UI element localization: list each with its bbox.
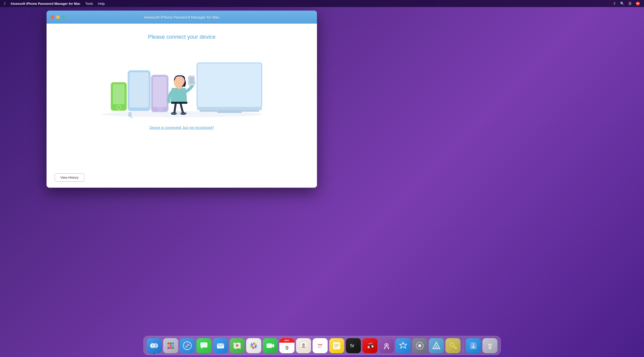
window-content: Please connect your device xyxy=(47,24,317,188)
dock-item-contacts[interactable] xyxy=(296,338,311,353)
menubar-left:  Aiseesoft iPhone Password Manager for … xyxy=(4,1,105,6)
dock-item-mail[interactable] xyxy=(213,338,228,353)
close-button[interactable] xyxy=(51,15,54,19)
dock-item-facetime[interactable] xyxy=(263,338,278,353)
minimize-button[interactable] xyxy=(56,15,60,19)
svg-point-37 xyxy=(172,347,174,349)
window-title: Aiseesoft iPhone Password Manager for Ma… xyxy=(144,15,219,19)
search-icon[interactable]: 🔍 xyxy=(620,2,624,6)
dock-item-enigma[interactable] xyxy=(446,338,461,353)
dock: MAY 9 tv xyxy=(143,336,501,355)
svg-point-61 xyxy=(418,344,421,347)
svg-rect-44 xyxy=(267,343,272,348)
dock-item-appletv[interactable]: tv xyxy=(346,338,361,353)
window-controls xyxy=(51,15,65,19)
calendar-day: 9 xyxy=(285,343,288,353)
svg-rect-2 xyxy=(198,64,261,107)
menubar-right: ⇧ 🔍 ☰ ⛔ xyxy=(613,2,640,6)
svg-rect-23 xyxy=(171,102,187,104)
dock-item-appstore[interactable] xyxy=(396,338,411,353)
svg-rect-22 xyxy=(189,77,194,84)
svg-line-70 xyxy=(489,345,489,348)
dock-item-maps[interactable] xyxy=(230,338,245,353)
dock-item-altusuite[interactable] xyxy=(429,338,444,353)
svg-point-35 xyxy=(168,347,170,349)
connect-heading: Please connect your device xyxy=(148,34,216,40)
svg-point-30 xyxy=(170,342,172,344)
svg-rect-4 xyxy=(199,110,259,112)
svg-rect-69 xyxy=(489,342,491,343)
svg-line-72 xyxy=(491,345,491,348)
svg-point-27 xyxy=(152,345,153,346)
dock-separator xyxy=(463,341,463,353)
svg-point-29 xyxy=(168,342,170,344)
dock-item-launchpad[interactable] xyxy=(163,338,178,353)
svg-point-32 xyxy=(168,345,170,347)
apple-logo-icon[interactable]:  xyxy=(4,1,6,6)
svg-point-60 xyxy=(386,344,387,346)
svg-rect-10 xyxy=(130,72,149,108)
dock-item-music[interactable] xyxy=(363,338,378,353)
dock-item-trash[interactable] xyxy=(482,338,498,353)
siri-icon[interactable]: ⛔ xyxy=(636,2,640,6)
control-center-icon[interactable]: ☰ xyxy=(628,2,632,6)
title-bar: Aiseesoft iPhone Password Manager for Ma… xyxy=(47,11,317,24)
calendar-month: MAY xyxy=(279,338,295,343)
dock-item-photos[interactable] xyxy=(246,338,261,353)
dock-item-finder[interactable] xyxy=(147,338,162,353)
view-history-button[interactable]: View History xyxy=(55,173,84,182)
svg-point-43 xyxy=(253,344,255,347)
svg-point-42 xyxy=(236,344,238,347)
menubar-app-name[interactable]: Aiseesoft iPhone Password Manager for Ma… xyxy=(11,2,80,6)
svg-point-58 xyxy=(372,345,374,347)
dock-item-notes[interactable] xyxy=(329,338,344,353)
svg-point-57 xyxy=(368,346,370,348)
dock-item-podcasts[interactable] xyxy=(379,338,394,353)
svg-rect-3 xyxy=(197,108,262,110)
svg-rect-5 xyxy=(217,112,242,113)
dock-item-systemprefs[interactable] xyxy=(412,338,427,353)
dock-item-downloads[interactable] xyxy=(466,338,481,353)
app-window: Aiseesoft iPhone Password Manager for Ma… xyxy=(47,11,317,188)
maximize-button[interactable] xyxy=(62,15,65,19)
svg-rect-7 xyxy=(113,84,125,104)
svg-point-31 xyxy=(172,342,174,344)
dock-item-safari[interactable] xyxy=(180,338,195,353)
screen-share-icon[interactable]: ⇧ xyxy=(613,2,616,6)
svg-text:tv: tv xyxy=(350,343,354,348)
svg-point-33 xyxy=(170,345,172,347)
menubar:  Aiseesoft iPhone Password Manager for … xyxy=(0,0,644,7)
illustration-svg xyxy=(96,48,267,118)
finder-dot xyxy=(154,353,155,354)
dock-item-reminders[interactable] xyxy=(313,338,328,353)
svg-point-46 xyxy=(302,343,305,346)
svg-point-34 xyxy=(172,345,174,347)
menubar-tools[interactable]: Tools xyxy=(85,2,93,6)
dock-item-messages[interactable] xyxy=(196,338,212,353)
svg-rect-12 xyxy=(153,77,167,107)
device-not-recognized-link[interactable]: Device is connected, but not recognized? xyxy=(149,126,214,130)
svg-point-36 xyxy=(170,347,172,349)
svg-point-28 xyxy=(155,345,156,346)
menubar-help[interactable]: Help xyxy=(98,2,105,6)
device-illustration xyxy=(96,48,267,118)
dock-item-calendar[interactable]: MAY 9 xyxy=(279,338,295,353)
